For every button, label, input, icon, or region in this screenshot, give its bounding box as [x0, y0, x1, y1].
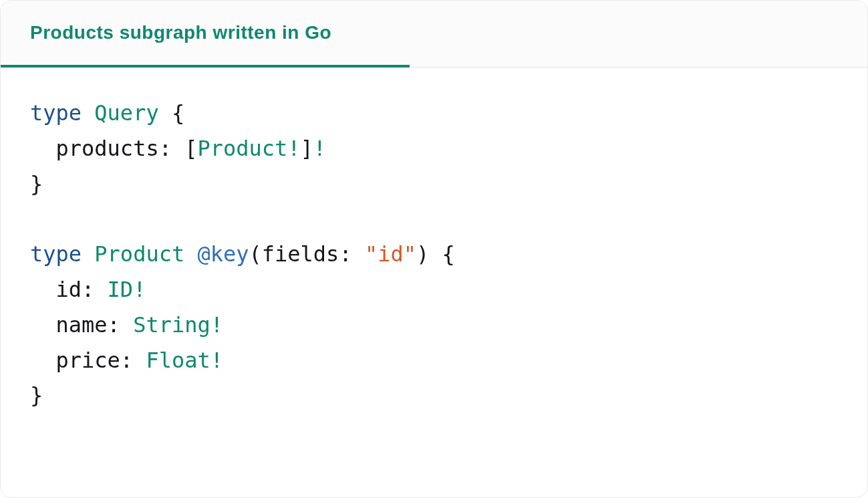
colon: : — [159, 136, 185, 161]
space — [82, 100, 94, 126]
field-name: name — [56, 312, 108, 338]
field-price: price — [56, 348, 120, 373]
field-products: products — [56, 136, 159, 161]
bang: ! — [287, 136, 300, 161]
type-float: Float — [146, 348, 210, 373]
indent — [30, 348, 56, 373]
code-block: type Query { products: [Product!]! } typ… — [30, 96, 838, 413]
tab-bar: Products subgraph written in Go — [1, 1, 867, 68]
code-area: type Query { products: [Product!]! } typ… — [1, 68, 867, 441]
paren-close: ) — [416, 241, 429, 267]
space — [429, 241, 442, 267]
brace-close: } — [30, 171, 43, 197]
type-name-query: Query — [94, 100, 158, 126]
directive-key: @key — [197, 241, 249, 267]
colon: : — [120, 348, 146, 373]
paren-open: ( — [249, 241, 262, 267]
colon: : — [339, 241, 365, 267]
tab-products-subgraph[interactable]: Products subgraph written in Go — [1, 1, 410, 68]
keyword-type: type — [30, 241, 82, 267]
indent — [30, 136, 56, 161]
bang: ! — [133, 277, 146, 302]
bang: ! — [313, 136, 326, 161]
bang: ! — [210, 348, 223, 373]
indent — [30, 312, 56, 338]
type-product: Product — [197, 136, 287, 161]
string-id: "id" — [365, 241, 416, 267]
space — [159, 100, 172, 126]
brace-close: } — [30, 382, 43, 408]
bracket-close: ] — [301, 136, 313, 161]
indent — [30, 277, 56, 302]
tab-label: Products subgraph written in Go — [30, 22, 331, 43]
bracket-open: [ — [184, 136, 197, 161]
space — [184, 241, 197, 267]
type-id: ID — [108, 277, 134, 302]
field-id: id — [56, 277, 82, 302]
colon: : — [82, 277, 108, 302]
colon: : — [108, 312, 134, 338]
brace-open: { — [172, 100, 184, 126]
bang: ! — [210, 312, 223, 338]
brace-open: { — [442, 241, 455, 267]
code-card: Products subgraph written in Go type Que… — [0, 0, 868, 498]
type-name-product: Product — [94, 241, 184, 267]
keyword-type: type — [30, 100, 82, 126]
space — [82, 241, 94, 267]
arg-fields: fields — [262, 241, 339, 267]
type-string: String — [133, 312, 210, 338]
